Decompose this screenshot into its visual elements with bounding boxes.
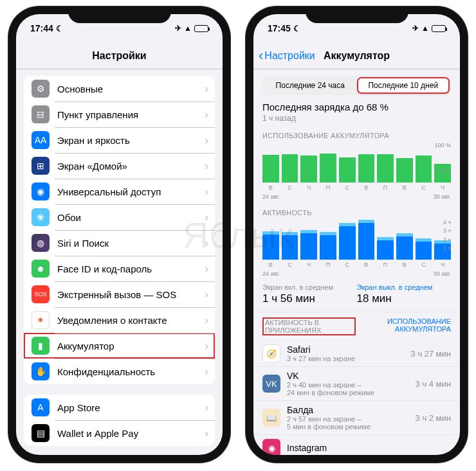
usage-chart: 100 %50 % <box>253 142 460 183</box>
status-time: 17:44 <box>30 23 53 33</box>
app-sub: 3 ч 27 мин на экране <box>287 355 410 362</box>
sos-icon: SOS <box>32 285 50 303</box>
avg-stats: Экран вкл. в среднем 1 ч 56 мин Экран вы… <box>253 277 460 312</box>
chevron-right-icon: › <box>205 401 215 414</box>
xdate: 24 авг. <box>262 193 280 200</box>
app-time: 3 ч 2 мин <box>416 413 451 423</box>
phone-right: 17:45 ✈ ▲ ‹ Настройки Аккумулятор Послед… <box>246 6 468 463</box>
segmented-control: Последние 24 часа Последние 10 дней <box>262 76 451 95</box>
tab-app-activity[interactable]: АКТИВНОСТЬ В ПРИЛОЖЕНИЯХ <box>262 317 356 335</box>
settings-row-accessibility[interactable]: ◉Универсальный доступ› <box>24 179 215 204</box>
settings-row-home-screen[interactable]: ⊞Экран «Домой»› <box>24 153 215 179</box>
xdate: 30 авг. <box>434 193 451 200</box>
screen-on-label: Экран вкл. в среднем <box>262 283 357 291</box>
screen-left: 17:44 ✈ ▲ Настройки ⚙Основные›⊟Пункт упр… <box>16 14 223 455</box>
chevron-right-icon: › <box>205 262 215 276</box>
settings-group-2: AApp Store›▤Wallet и Apple Pay› <box>24 395 215 446</box>
row-label: Siri и Поиск <box>57 238 205 249</box>
row-label: App Store <box>57 402 205 413</box>
accessibility-icon: ◉ <box>32 182 50 200</box>
airplane-icon: ✈ <box>175 24 181 33</box>
row-label: Уведомления о контакте <box>57 315 205 326</box>
tab-battery-usage[interactable]: ИСПОЛЬЗОВАНИЕ АККУМУЛЯТОРА <box>356 317 451 335</box>
back-button[interactable]: ‹ Настройки <box>259 49 315 63</box>
app-time: 3 ч 4 мин <box>416 379 451 389</box>
row-label: Обои <box>57 212 205 223</box>
settings-row-battery[interactable]: ▮Аккумулятор› <box>24 333 215 359</box>
bar <box>262 155 279 182</box>
seg-10d[interactable]: Последние 10 дней <box>357 77 450 94</box>
xdate: 24 авг. <box>262 271 280 277</box>
app-row[interactable]: 📖 Балда 2 ч 57 мин на экране –5 мин в фо… <box>253 400 460 434</box>
bar <box>358 154 375 182</box>
settings-row-gear[interactable]: ⚙Основные› <box>24 76 215 102</box>
settings-row-sos[interactable]: SOSЭкстренный вызов — SOS› <box>24 281 215 307</box>
nav-title: Настройки <box>92 50 146 62</box>
display-icon: AA <box>32 131 50 149</box>
wifi-icon: ▲ <box>421 24 429 33</box>
app-row[interactable]: ◉ Instagram <box>253 434 460 455</box>
screen-on-value: 1 ч 56 мин <box>262 292 357 305</box>
settings-row-display[interactable]: AAЭкран и яркость› <box>24 127 215 153</box>
app-sub: 2 ч 57 мин на экране –5 мин в фоновом ре… <box>287 415 416 431</box>
chevron-right-icon: › <box>205 427 215 440</box>
activity-chart: 4 ч3 ч2 ч1 ч <box>253 219 460 260</box>
settings-row-wallpaper[interactable]: ❀Обои› <box>24 204 215 230</box>
row-label: Экран и яркость <box>57 135 205 146</box>
app-row[interactable]: VK VK 2 ч 40 мин на экране –24 мин в фон… <box>253 366 460 400</box>
row-label: Wallet и Apple Pay <box>57 428 205 439</box>
siri-icon: ◍ <box>32 234 50 252</box>
app-icon: ◉ <box>262 439 280 455</box>
notch <box>68 6 171 23</box>
settings-list[interactable]: ⚙Основные›⊟Пункт управления›AAЭкран и яр… <box>16 69 223 455</box>
privacy-icon: ✋ <box>32 362 50 380</box>
chevron-right-icon: › <box>205 288 215 301</box>
app-icon: 🧭 <box>262 344 280 362</box>
nav-title: Аккумулятор <box>324 50 390 62</box>
row-label: Основные <box>57 84 205 94</box>
appstore-icon: A <box>32 398 50 416</box>
chevron-right-icon: › <box>205 236 215 250</box>
chevron-right-icon: › <box>205 185 215 199</box>
row-label: Аккумулятор <box>57 341 205 351</box>
row-label: Экстренный вызов — SOS <box>57 289 205 300</box>
settings-row-faceid[interactable]: ☻Face ID и код-пароль› <box>24 256 215 281</box>
bar <box>377 154 394 182</box>
settings-row-exposure[interactable]: ✶Уведомления о контакте› <box>24 307 215 333</box>
row-label: Экран «Домой» <box>57 161 205 172</box>
airplane-icon: ✈ <box>412 24 419 33</box>
battery-icon <box>194 25 208 32</box>
tabs: АКТИВНОСТЬ В ПРИЛОЖЕНИЯХ ИСПОЛЬЗОВАНИЕ А… <box>253 312 460 341</box>
app-time: 3 ч 27 мин <box>410 349 451 359</box>
screen-off-value: 18 мин <box>357 292 452 305</box>
bar <box>416 156 432 182</box>
chevron-right-icon: › <box>205 314 215 327</box>
exposure-icon: ✶ <box>32 311 50 329</box>
bar <box>358 223 375 260</box>
app-row[interactable]: 🧭 Safari 3 ч 27 мин на экране 3 ч 27 мин <box>253 341 460 366</box>
bar <box>396 236 413 260</box>
settings-row-toggles[interactable]: ⊟Пункт управления› <box>24 102 215 127</box>
chevron-left-icon: ‹ <box>259 49 263 63</box>
bar <box>282 154 298 182</box>
settings-row-siri[interactable]: ◍Siri и Поиск› <box>24 230 215 256</box>
battery-content[interactable]: Последние 24 часа Последние 10 дней Посл… <box>253 69 460 455</box>
bar <box>300 156 317 182</box>
row-label: Конфиденциальность <box>57 366 205 377</box>
dnd-icon <box>56 23 64 33</box>
gear-icon: ⚙ <box>32 80 50 98</box>
seg-24h[interactable]: Последние 24 часа <box>264 77 357 94</box>
chevron-right-icon: › <box>205 211 215 224</box>
bar <box>262 235 279 260</box>
settings-row-privacy[interactable]: ✋Конфиденциальность› <box>24 359 215 384</box>
home-screen-icon: ⊞ <box>32 157 50 175</box>
settings-row-wallet[interactable]: ▤Wallet и Apple Pay› <box>24 420 215 446</box>
app-icon: VK <box>262 375 280 393</box>
faceid-icon: ☻ <box>32 260 50 278</box>
wallet-icon: ▤ <box>32 424 50 442</box>
chevron-right-icon: › <box>205 339 215 353</box>
bar <box>339 226 356 260</box>
bar <box>282 235 298 260</box>
chevron-right-icon: › <box>205 134 215 147</box>
settings-row-appstore[interactable]: AApp Store› <box>24 395 215 420</box>
